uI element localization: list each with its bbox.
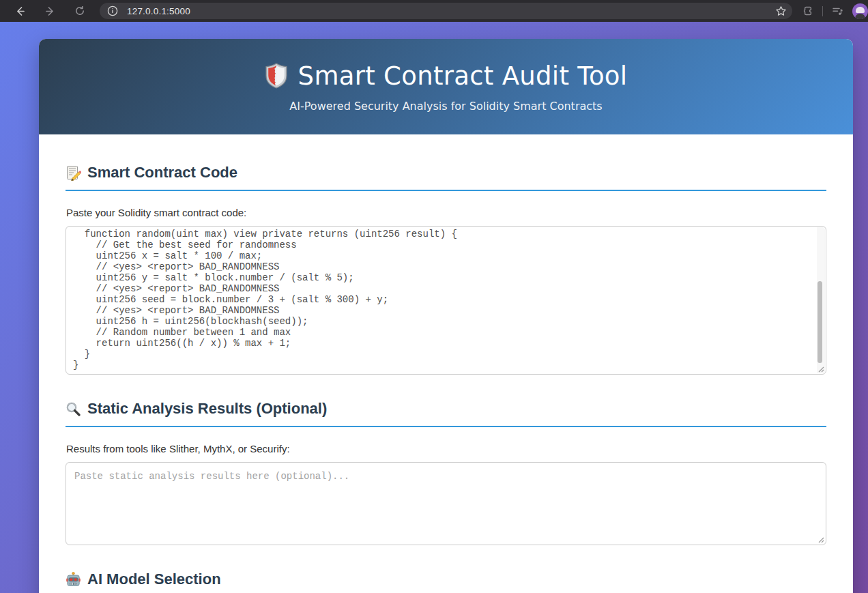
section-ai-model: AI Model Selection Choose AI Model: [66, 570, 826, 593]
site-info-icon[interactable] [104, 4, 121, 18]
back-icon [14, 5, 26, 17]
search-icon [66, 401, 81, 417]
form-area: Smart Contract Code Paste your Solidity … [39, 134, 853, 593]
contract-code-input[interactable]: function random(uint max) view private r… [66, 226, 826, 375]
toolbar-right [802, 3, 863, 19]
page-title: Smart Contract Audit Tool [298, 61, 628, 91]
contract-code-label: Paste your Solidity smart contract code: [66, 207, 826, 218]
resize-grip-icon[interactable] [816, 364, 825, 373]
section-contract-code: Smart Contract Code Paste your Solidity … [66, 164, 826, 375]
page-background: Smart Contract Audit Tool AI-Powered Sec… [0, 22, 868, 593]
media-playlist-icon[interactable] [831, 5, 844, 17]
profile-avatar[interactable] [852, 3, 868, 19]
static-analysis-title: Static Analysis Results (Optional) [87, 400, 327, 418]
page-subtitle: AI-Powered Security Analysis for Solidit… [289, 100, 602, 113]
section-static-analysis: Static Analysis Results (Optional) Resul… [66, 400, 826, 545]
contract-code-heading: Smart Contract Code [66, 164, 826, 191]
static-analysis-input[interactable] [66, 462, 826, 545]
ai-model-title: AI Model Selection [87, 570, 221, 588]
browser-toolbar: 127.0.0.1:5000 [0, 0, 868, 22]
contract-code-wrap: function random(uint max) view private r… [66, 226, 826, 375]
avatar-body [855, 14, 865, 19]
extensions-icon[interactable] [802, 5, 814, 17]
reload-icon [74, 5, 85, 16]
address-bar[interactable]: 127.0.0.1:5000 [100, 3, 792, 19]
toolbar-divider [822, 6, 823, 16]
static-analysis-wrap [66, 462, 826, 545]
shield-icon [265, 63, 288, 89]
app-header: Smart Contract Audit Tool AI-Powered Sec… [39, 39, 853, 134]
forward-icon [44, 5, 56, 17]
app-card: Smart Contract Audit Tool AI-Powered Sec… [39, 39, 853, 593]
bookmark-star-icon[interactable] [775, 5, 787, 17]
url-text: 127.0.0.1:5000 [127, 6, 770, 16]
contract-code-title: Smart Contract Code [87, 164, 237, 182]
page-title-row: Smart Contract Audit Tool [265, 61, 628, 91]
memo-icon [66, 165, 81, 181]
resize-grip-icon[interactable] [816, 535, 825, 544]
static-analysis-label: Results from tools like Slither, MythX, … [66, 443, 826, 454]
reload-button[interactable] [70, 2, 90, 20]
robot-icon [66, 572, 81, 588]
forward-button[interactable] [40, 2, 60, 20]
back-button[interactable] [10, 2, 30, 20]
ai-model-heading: AI Model Selection [66, 570, 826, 593]
avatar-face [856, 7, 865, 13]
static-analysis-heading: Static Analysis Results (Optional) [66, 400, 826, 427]
